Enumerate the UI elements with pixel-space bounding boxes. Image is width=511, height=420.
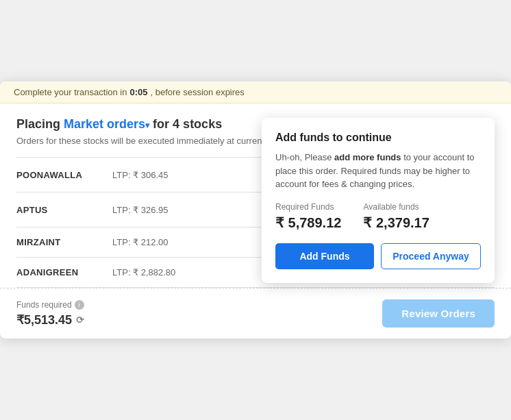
- footer: Funds required i ₹5,513.45 ⟳ Review Orde…: [0, 288, 511, 338]
- required-funds-label: Required Funds: [275, 202, 341, 212]
- available-funds-amount: ₹ 2,379.17: [363, 214, 429, 231]
- required-funds-item: Required Funds ₹ 5,789.12: [275, 202, 341, 231]
- popup-desc-prefix: Uh-oh, Please: [275, 152, 334, 162]
- popup-title: Add funds to continue: [275, 132, 481, 144]
- stock-name: POONAWALLA: [16, 170, 112, 180]
- for-label: for 4 stocks: [153, 117, 222, 131]
- available-funds-item: Available funds ₹ 2,379.17: [363, 202, 429, 231]
- table-row: MIRZAINT LTP: ₹ 212.00 Add funds to cont…: [16, 227, 495, 258]
- add-funds-button[interactable]: Add Funds: [275, 243, 374, 269]
- funds-required-text: Funds required: [16, 300, 72, 310]
- popup-desc-bold: add more funds: [334, 152, 401, 162]
- review-orders-button[interactable]: Review Orders: [382, 299, 495, 328]
- stocks-list: POONAWALLA LTP: ₹ 306.45 BUY Qty: − 4 + …: [16, 157, 495, 288]
- required-funds-amount: ₹ 5,789.12: [275, 214, 341, 231]
- main-content: Placing Market orders▾ for 4 stocks Orde…: [0, 103, 511, 288]
- stock-name: APTUS: [16, 205, 112, 215]
- popup-description: Uh-oh, Please add more funds to your acc…: [275, 151, 481, 191]
- modal-container: Complete your transaction in 0:05 , befo…: [0, 82, 511, 338]
- info-icon[interactable]: i: [75, 300, 84, 310]
- session-timer: 0:05: [129, 87, 147, 97]
- funds-required-section: Funds required i ₹5,513.45 ⟳: [16, 300, 84, 328]
- funds-required-label: Funds required i: [16, 300, 84, 310]
- placing-label: Placing: [16, 117, 64, 131]
- market-orders-link[interactable]: Market orders▾: [64, 117, 153, 131]
- funds-amount-value: ₹5,513.45: [16, 312, 72, 328]
- funds-row: Required Funds ₹ 5,789.12 Available fund…: [275, 202, 481, 231]
- session-banner: Complete your transaction in 0:05 , befo…: [0, 82, 511, 103]
- market-orders-label: Market orders: [64, 117, 145, 131]
- add-funds-popup: Add funds to continue Uh-oh, Please add …: [262, 118, 495, 283]
- sync-icon[interactable]: ⟳: [76, 314, 84, 325]
- session-text-after: , before session expires: [151, 87, 245, 97]
- available-funds-label: Available funds: [363, 202, 429, 212]
- proceed-anyway-button[interactable]: Proceed Anyway: [381, 243, 481, 269]
- stock-name: MIRZAINT: [16, 237, 112, 247]
- stock-name: ADANIGREEN: [16, 267, 112, 277]
- funds-required-amount: ₹5,513.45 ⟳: [16, 312, 84, 328]
- popup-actions: Add Funds Proceed Anyway: [275, 243, 481, 269]
- market-orders-chevron: ▾: [145, 121, 149, 130]
- session-text-before: Complete your transaction in: [14, 87, 127, 97]
